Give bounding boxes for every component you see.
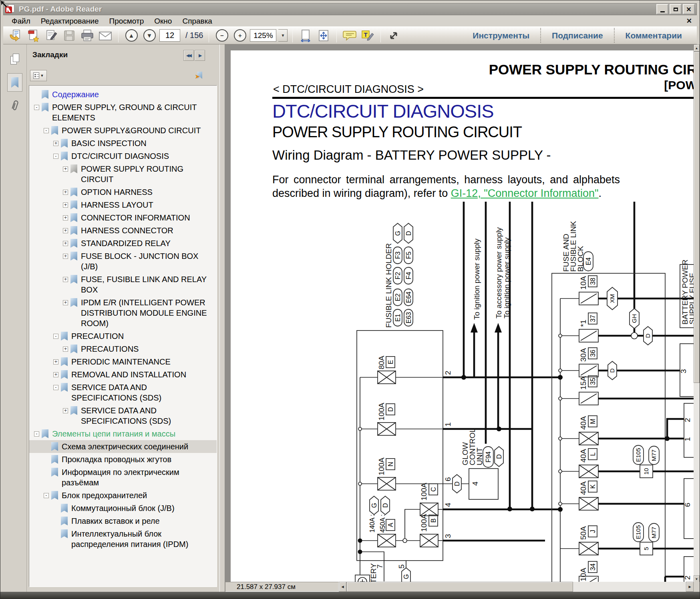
expander-icon[interactable]: +	[63, 241, 68, 246]
expander-icon[interactable]: +	[53, 141, 58, 146]
scroll-up-button[interactable]: ▲	[694, 44, 700, 52]
bookmark-item[interactable]: +PERIODIC MAINTENANCE	[29, 355, 217, 368]
bookmark-item[interactable]: Прокладка проводных жгутов	[29, 453, 217, 466]
collapse-panel-button[interactable]: ◀◀	[183, 50, 194, 61]
zoom-level-value[interactable]: 125%	[250, 29, 276, 42]
zoom-out-button[interactable]: −	[214, 28, 230, 44]
bookmark-item[interactable]: Коммутационный блок (J/B)	[29, 502, 217, 515]
scroll-left-button[interactable]: ◀	[339, 582, 346, 592]
next-page-button[interactable]: ▼	[141, 28, 157, 44]
tools-panel-button[interactable]: Инструменты	[462, 31, 540, 40]
maximize-button[interactable]	[670, 4, 682, 14]
page-number-input[interactable]	[159, 29, 180, 42]
bookmark-item[interactable]: +HARNESS LAYOUT	[29, 198, 217, 211]
horizontal-scroll-thumb[interactable]	[346, 582, 573, 592]
zoom-in-button[interactable]: +	[232, 28, 248, 44]
expander-icon[interactable]: +	[63, 408, 68, 413]
expander-icon[interactable]: -	[34, 431, 39, 437]
fullscreen-button[interactable]	[386, 28, 402, 44]
print-button[interactable]	[79, 28, 95, 44]
sign-pen-button[interactable]	[43, 28, 59, 44]
connector-ref: G	[403, 574, 410, 579]
highlight-text-button[interactable]: T	[360, 28, 376, 44]
menu-help[interactable]: Справка	[177, 16, 217, 26]
bookmark-item[interactable]: +HARNESS CONNECTOR	[29, 224, 217, 237]
comment-panel-button[interactable]: Комментарии	[615, 31, 693, 40]
close-button[interactable]: ✕	[683, 4, 695, 14]
vertical-scroll-thumb[interactable]	[694, 52, 700, 383]
bookmark-item[interactable]: +PRECAUTIONS	[29, 343, 217, 355]
close-menubar-icon[interactable]: ✕	[686, 17, 697, 25]
bookmark-item[interactable]: -Блок предохранителей	[29, 489, 217, 502]
bookmark-item[interactable]: Информация по электрическим разъёмам	[29, 466, 217, 489]
bookmark-item[interactable]: Интеллектуальный блок распределения пита…	[29, 527, 217, 551]
locate-current-bookmark-button[interactable]: ➤	[194, 69, 206, 81]
bookmark-item[interactable]: +STANDARDIZED RELAY	[29, 237, 217, 250]
bookmark-item[interactable]: Содержание	[29, 88, 217, 101]
attachments-tab[interactable]	[7, 96, 22, 115]
horizontal-scroll-track[interactable]	[573, 582, 686, 592]
previous-page-button[interactable]: ▲	[123, 28, 139, 44]
bookmark-item[interactable]: -POWER SUPPLY&GROUND CIRCUIT	[29, 124, 217, 137]
expander-icon[interactable]: +	[53, 359, 58, 365]
expander-icon[interactable]: -	[44, 128, 49, 133]
bookmark-item[interactable]: -DTC/CIRCUIT DIAGNOSIS	[29, 150, 217, 162]
sign-panel-button[interactable]: Подписание	[541, 31, 614, 40]
expander-icon[interactable]: +	[63, 190, 68, 195]
expander-icon[interactable]: -	[53, 385, 58, 390]
expander-icon[interactable]: +	[63, 202, 68, 208]
expander-icon[interactable]: +	[63, 277, 68, 282]
bookmark-item[interactable]: +SERVICE DATA AND SPECIFICATIONS (SDS)	[29, 404, 217, 427]
expander-icon[interactable]: -	[53, 154, 58, 159]
bookmark-item[interactable]: +CONNECTOR INFORMATION	[29, 211, 217, 224]
menu-view[interactable]: Просмотр	[104, 16, 149, 26]
bookmark-options-button[interactable]: ▼	[30, 70, 47, 81]
menu-edit[interactable]: Редактирование	[36, 16, 104, 26]
expander-icon[interactable]: +	[63, 347, 68, 352]
arrow-right-icon: ▶	[688, 585, 691, 589]
title-bar[interactable]: PG.pdf - Adobe Reader ✕	[3, 3, 697, 15]
bookmark-item[interactable]: -POWER SUPPLY, GROUND & CIRCUIT ELEMENTS	[29, 101, 217, 124]
expand-panel-button[interactable]: ▶	[195, 50, 205, 61]
save-button[interactable]	[61, 28, 77, 44]
minimize-button[interactable]	[656, 4, 668, 14]
fit-width-button[interactable]	[298, 28, 314, 44]
create-pdf-button[interactable]	[25, 28, 41, 44]
open-button[interactable]	[7, 28, 23, 44]
vertical-scrollbar[interactable]: ▲ ▼	[694, 44, 700, 583]
scroll-right-button[interactable]: ▶	[686, 582, 694, 592]
connector-information-link[interactable]: GI-12, "Connector Information"	[451, 187, 599, 199]
comment-button[interactable]	[342, 28, 358, 44]
menu-window[interactable]: Окно	[149, 16, 177, 26]
bookmark-item[interactable]: +FUSE BLOCK - JUNCTION BOX (J/B)	[29, 250, 217, 273]
expander-icon[interactable]: +	[63, 254, 68, 259]
expander-icon[interactable]: -	[34, 105, 39, 110]
bookmark-item[interactable]: +BASIC INSPECTION	[29, 137, 217, 150]
zoom-dropdown-button[interactable]: ▼	[278, 29, 288, 42]
expander-icon[interactable]: +	[63, 166, 68, 172]
menu-file[interactable]: Файл	[6, 16, 36, 26]
expander-icon[interactable]: +	[53, 372, 58, 377]
bookmark-item-selected[interactable]: Схема электрических соединений	[29, 440, 217, 453]
page-thumbnails-tab[interactable]	[7, 50, 22, 68]
expander-icon[interactable]: -	[53, 334, 58, 339]
panel-splitter[interactable]	[219, 44, 225, 592]
expander-icon[interactable]: +	[63, 300, 68, 305]
expander-icon[interactable]: -	[44, 493, 49, 498]
bookmarks-tab[interactable]	[7, 73, 22, 92]
bookmark-item[interactable]: +FUSE, FUSIBLE LINK AND RELAY BOX	[29, 273, 217, 296]
fit-page-button[interactable]	[316, 28, 332, 44]
bookmark-item[interactable]: -PRECAUTION	[29, 330, 217, 343]
expander-icon[interactable]: +	[63, 215, 68, 220]
bookmark-item[interactable]: +POWER SUPPLY ROUTING CIRCUIT	[29, 162, 217, 186]
email-button[interactable]	[97, 28, 113, 44]
bookmark-item[interactable]: +REMOVAL AND INSTALLATION	[29, 368, 217, 381]
bookmark-item[interactable]: Плавких вставок и реле	[29, 515, 217, 527]
expander-icon[interactable]: +	[63, 228, 68, 233]
bookmark-item[interactable]: +IPDM E/R (INTELLIGENT POWER DISTRIBUTIO…	[29, 296, 217, 330]
bookmarks-tree[interactable]: Содержание -POWER SUPPLY, GROUND & CIRCU…	[29, 85, 217, 587]
bookmark-item[interactable]: +OPTION HARNESS	[29, 186, 217, 198]
bookmark-item[interactable]: -SERVICE DATA AND SPECIFICATIONS (SDS)	[29, 381, 217, 404]
fuse-number: J	[589, 530, 596, 533]
bookmark-item[interactable]: -Элементы цепи питания и массы	[29, 427, 217, 440]
